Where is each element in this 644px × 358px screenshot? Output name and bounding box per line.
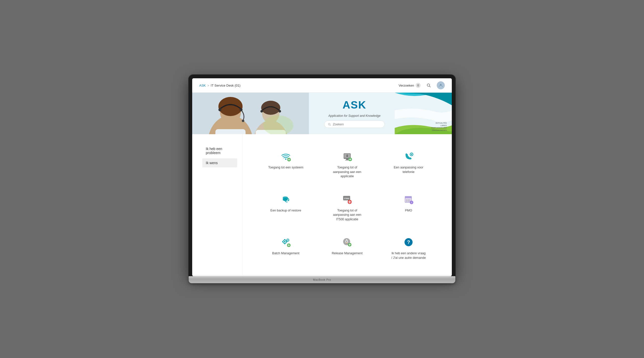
hero-center: ASK Application for Support and Knowledg… — [309, 93, 400, 134]
wifi-plus-icon — [280, 150, 292, 162]
svg-rect-10 — [215, 129, 246, 134]
svg-text:?: ? — [411, 201, 412, 204]
catalog-item-release[interactable]: Release Management — [319, 230, 375, 266]
svg-point-15 — [278, 110, 281, 113]
catalog-label-pmo: PMO — [405, 208, 412, 213]
svg-point-61 — [287, 240, 288, 241]
laptop-base: MacBook Pro — [189, 276, 455, 283]
macbook-label: MacBook Pro — [313, 278, 331, 281]
svg-rect-56 — [284, 239, 285, 240]
breadcrumb-current: IT Service Desk (01) — [211, 84, 240, 87]
requests-count: 0 — [416, 83, 421, 88]
laptop-wrapper: ASK > IT Service Desk (01) Verzoeken 0 — [189, 75, 455, 283]
search-input[interactable] — [333, 122, 381, 126]
svg-point-48 — [410, 199, 410, 200]
nav-right: Verzoeken 0 — [399, 81, 445, 89]
sidebar-item-probleem[interactable]: Ik heb een probleem — [202, 144, 237, 157]
main-content: Ik heb een probleem Ik wens — [192, 134, 452, 276]
hero-subtitle: Application for Support and Knowledge — [328, 114, 380, 118]
svg-point-6 — [218, 97, 243, 116]
requests-label: Verzoeken — [399, 84, 414, 87]
svg-point-66 — [346, 241, 347, 242]
catalog-label-autre: Ik heb een andere vraag / J'ai une autre… — [391, 251, 426, 260]
search-icon — [328, 123, 331, 126]
svg-line-19 — [330, 125, 331, 125]
search-button[interactable] — [425, 81, 433, 89]
catalog-label-it500: Toegang tot of aanpassing aan een IT500 … — [330, 208, 365, 222]
catalog-label-release: Release Management — [332, 251, 363, 256]
svg-point-7 — [218, 108, 221, 111]
requests-badge: Verzoeken 0 — [399, 83, 421, 88]
catalog-item-pmo[interactable]: ? PMO — [380, 187, 437, 228]
catalog-label-toegang-systeem: Toegang tot een systeem — [268, 165, 303, 170]
hero-title: ASK — [343, 99, 367, 111]
svg-point-50 — [408, 201, 409, 201]
breadcrumb-separator: > — [207, 84, 209, 87]
svg-rect-26 — [346, 159, 348, 160]
catalog-item-telefonie[interactable]: Een aanpassing voor telefonie — [380, 144, 437, 185]
hero-banner: ASK Application for Support and Knowledg… — [192, 93, 452, 134]
catalog-item-toegang-applicatie[interactable]: Toegang tot of aanpassing aan een applic… — [319, 144, 375, 185]
catalog-item-it500[interactable]: IT500 Toegang tot of aanpassing aan een … — [319, 187, 375, 228]
download-box-icon — [341, 150, 353, 162]
top-nav: ASK > IT Service Desk (01) Verzoeken 0 — [192, 78, 452, 93]
hero-search-box[interactable] — [324, 121, 385, 128]
catalog-item-backup[interactable]: Een backup of restore — [258, 187, 314, 228]
catalog-label-toegang-applicatie: Toegang tot of aanpassing aan een applic… — [330, 165, 365, 179]
pmo-icon: ? — [403, 193, 415, 205]
sidebar: Ik heb een probleem Ik wens — [192, 134, 243, 276]
svg-point-14 — [260, 110, 263, 113]
catalog-label-batch: Batch Management — [272, 251, 299, 256]
catalog-label-backup: Een backup of restore — [270, 208, 301, 213]
user-avatar[interactable] — [437, 81, 445, 89]
svg-point-55 — [284, 241, 286, 242]
sidebar-item-wens[interactable]: Ik wens — [202, 158, 237, 167]
svg-point-13 — [261, 101, 280, 115]
svg-rect-57 — [284, 243, 285, 244]
svg-line-1 — [429, 86, 430, 87]
svg-point-51 — [410, 201, 410, 201]
screen-bezel: ASK > IT Service Desk (01) Verzoeken 0 — [189, 75, 455, 276]
database-restore-icon — [280, 193, 292, 205]
screen: ASK > IT Service Desk (01) Verzoeken 0 — [192, 78, 452, 276]
hero-photo — [192, 93, 309, 134]
svg-point-46 — [407, 199, 407, 200]
catalog-grid: Toegang tot een systeem — [243, 134, 452, 276]
catalog-label-telefonie: Een aanpassing voor telefonie — [391, 165, 426, 174]
svg-text:?: ? — [407, 239, 410, 245]
question-icon: ? — [403, 236, 415, 248]
mutualites-logo: MUTUALITÉS LIBRES ONAFHANKELIJKE ZIEKENF… — [431, 122, 447, 132]
catalog-item-toegang-systeem[interactable]: Toegang tot een systeem — [258, 144, 314, 185]
svg-rect-45 — [405, 196, 412, 198]
it500-icon: IT500 — [341, 193, 353, 205]
catalog-item-batch[interactable]: Batch Management — [258, 230, 314, 266]
svg-text:IT500: IT500 — [344, 197, 349, 200]
hero-waves: MUTUALITÉS LIBRES ONAFHANKELIJKE ZIEKENF… — [395, 93, 452, 134]
svg-point-32 — [411, 154, 412, 155]
catalog-item-autre[interactable]: ? Ik heb een andere vraag / J'ai une aut… — [380, 230, 437, 266]
svg-point-20 — [285, 159, 287, 160]
svg-point-47 — [408, 199, 409, 200]
svg-rect-58 — [282, 241, 283, 242]
release-icon — [341, 236, 353, 248]
breadcrumb-home[interactable]: ASK — [199, 84, 206, 87]
svg-marker-38 — [288, 199, 289, 201]
breadcrumb: ASK > IT Service Desk (01) — [199, 84, 240, 87]
svg-point-9 — [242, 120, 244, 122]
phone-gear-icon — [403, 150, 415, 162]
batch-icon — [280, 236, 292, 248]
svg-point-49 — [407, 201, 407, 201]
